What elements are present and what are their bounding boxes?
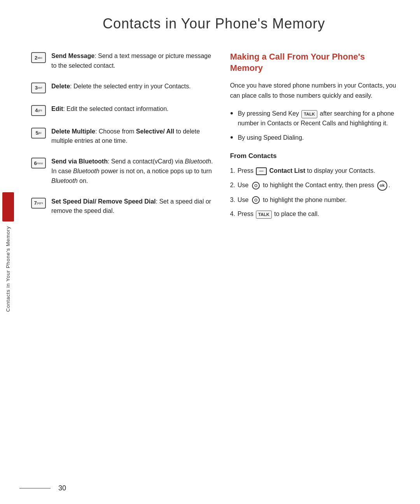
talk-key-inline: TALK: [301, 110, 317, 118]
svg-point-3: [255, 199, 257, 201]
list-item: 3def Delete: Delete the selected entry i…: [31, 82, 214, 93]
list-item: 5jkl Delete Multiple: Choose from Select…: [31, 127, 214, 146]
bullet-list: By pressing Send Key TALK after searchin…: [230, 109, 397, 142]
footer-divider: [19, 488, 51, 489]
left-column: 2abc Send Message: Send a text message o…: [31, 51, 214, 227]
menu-text-edit: Edit: Edit the selected contact informat…: [51, 104, 168, 114]
list-item: 2abc Send Message: Send a text message o…: [31, 51, 214, 71]
list-item: 6mno Send via Bluetooth: Send a contact(…: [31, 157, 214, 186]
list-item: 1. Press — Contact List to display your …: [230, 166, 397, 176]
page-title: Contacts in Your Phone's Memory: [31, 16, 397, 32]
intro-text: Once you have stored phone numbers in yo…: [230, 81, 397, 100]
step-text: Press TALK to place the call.: [238, 209, 319, 219]
label-send-message: Send Message: [51, 53, 94, 59]
list-item: By using Speed Dialing.: [230, 133, 397, 143]
list-item: 3. Use to highlight the phone number.: [230, 195, 397, 205]
key-badge-4: 4ghi: [31, 105, 46, 116]
contact-list-icon: —: [256, 167, 267, 175]
menu-text-bluetooth: Send via Bluetooth: Send a contact(vCard…: [51, 157, 214, 186]
step-number: 2.: [230, 181, 235, 190]
key-badge-6: 6mno: [31, 158, 46, 169]
svg-point-1: [255, 184, 257, 187]
page-footer: 30: [19, 484, 397, 492]
section-heading-making-call: Making a Call From Your Phone's Memory: [230, 51, 397, 74]
step-number: 4.: [230, 209, 235, 219]
page-number: 30: [58, 484, 66, 492]
key-badge-3: 3def: [31, 83, 46, 93]
contact-list-label: Contact List: [270, 167, 305, 174]
key-badge-2: 2abc: [31, 52, 46, 63]
svg-point-2: [252, 197, 259, 204]
red-accent-bar: [2, 192, 14, 221]
ok-button-icon: ok: [377, 181, 387, 191]
menu-text-delete: Delete: Delete the selected entry in you…: [51, 82, 191, 91]
two-column-layout: 2abc Send Message: Send a text message o…: [31, 51, 397, 227]
step-text: Press — Contact List to display your Con…: [238, 166, 375, 176]
sidebar: Contacts in Your Phone's Memory: [0, 39, 16, 465]
list-item: By pressing Send Key TALK after searchin…: [230, 109, 397, 128]
page-container: Contacts in Your Phone's Memory Contacts…: [0, 0, 420, 504]
menu-text-delete-multiple: Delete Multiple: Choose from Selective/ …: [51, 127, 214, 146]
label-edit: Edit: [51, 105, 63, 112]
from-contacts-heading: From Contacts: [230, 152, 397, 160]
list-item: 4. Press TALK to place the call.: [230, 209, 397, 219]
svg-point-0: [252, 182, 259, 189]
nav-circle-icon: [252, 181, 260, 190]
talk-key-step4: TALK: [256, 211, 272, 219]
nav-circle-icon-2: [252, 196, 260, 204]
main-content: Contacts in Your Phone's Memory 2abc Sen…: [19, 0, 420, 250]
sidebar-label: Contacts in Your Phone's Memory: [4, 226, 12, 312]
label-delete: Delete: [51, 83, 70, 90]
step-text: Use to highlight the phone number.: [238, 195, 347, 205]
list-item: 2. Use to highlight the Contact entry, t…: [230, 181, 397, 191]
step-number: 3.: [230, 195, 235, 205]
label-delete-multiple: Delete Multiple: [51, 128, 95, 135]
step-number: 1.: [230, 166, 235, 176]
step-text: Use to highlight the Contact entry, then…: [238, 181, 390, 191]
list-item: 4ghi Edit: Edit the selected contact inf…: [31, 104, 214, 116]
menu-text-speed-dial: Set Speed Dial/ Remove Speed Dial: Set a…: [51, 197, 214, 216]
label-speed-dial: Set Speed Dial/ Remove Speed Dial: [51, 198, 156, 205]
numbered-steps-list: 1. Press — Contact List to display your …: [230, 166, 397, 219]
right-column: Making a Call From Your Phone's Memory O…: [230, 51, 397, 227]
key-badge-5: 5jkl: [31, 128, 46, 139]
list-item: 7pqrs Set Speed Dial/ Remove Speed Dial:…: [31, 197, 214, 216]
key-badge-7: 7pqrs: [31, 198, 46, 209]
label-bluetooth: Send via Bluetooth: [51, 158, 108, 165]
menu-text-send-message: Send Message: Send a text message or pic…: [51, 51, 214, 71]
